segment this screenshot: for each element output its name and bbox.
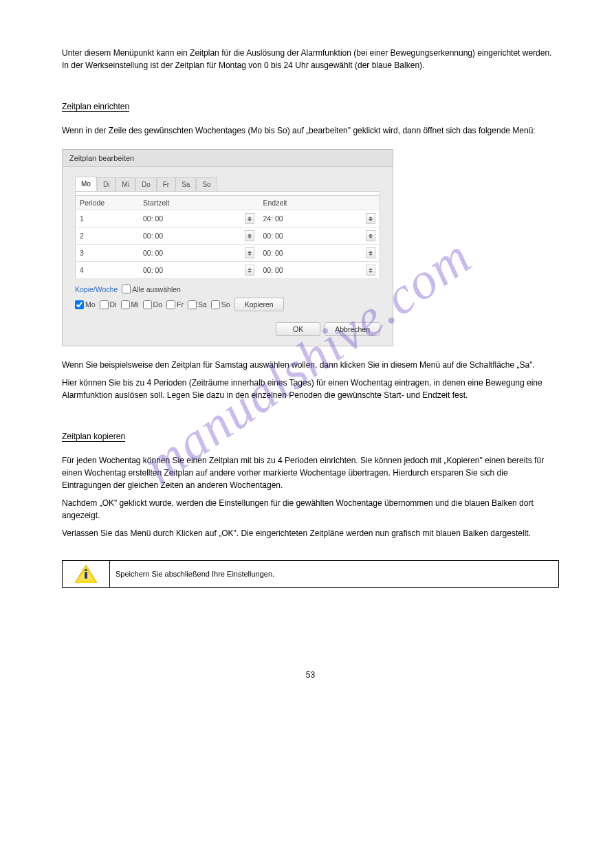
tab-do[interactable]: Do (135, 177, 157, 191)
para-open-menu: Wenn in der Zeile des gewünschten Wochen… (62, 124, 559, 137)
dialog-title: Zeitplan bearbeiten (63, 150, 393, 167)
period-index: 1 (76, 210, 140, 227)
spinner-icon[interactable] (366, 265, 375, 276)
para-example-sa: Wenn Sie beispielsweise den Zeitplan für… (62, 359, 559, 371)
tab-fr[interactable]: Fr (157, 177, 175, 191)
copy-week-label: Kopie/Woche (75, 285, 118, 293)
spinner-icon[interactable] (245, 247, 254, 258)
heading-setup-schedule: Zeitplan einrichten (62, 102, 129, 112)
spinner-icon[interactable] (366, 213, 375, 224)
info-icon (63, 561, 110, 588)
copy-button[interactable]: Kopieren (234, 298, 284, 311)
start-time[interactable]: 00: 00 (143, 214, 163, 223)
table-row: 1 00: 00 24: 00 (76, 210, 380, 227)
tab-mo[interactable]: Mo (75, 177, 97, 191)
spinner-icon[interactable] (245, 230, 254, 241)
cancel-button[interactable]: Abbrechen (325, 322, 380, 336)
tab-di[interactable]: Di (97, 177, 116, 191)
day-check-so[interactable]: So (211, 300, 230, 309)
spinner-icon[interactable] (245, 213, 254, 224)
spinner-icon[interactable] (366, 247, 375, 258)
col-start: Startzeit (139, 196, 259, 210)
day-check-di[interactable]: Di (100, 300, 117, 309)
table-row: 4 00: 00 00: 00 (76, 262, 380, 279)
para-ok-apply: Nachdem „OK" geklickt wurde, werden die … (62, 497, 559, 522)
day-check-sa[interactable]: Sa (188, 300, 207, 309)
day-check-mi[interactable]: Mi (121, 300, 139, 309)
col-periode: Periode (76, 196, 140, 210)
end-time[interactable]: 00: 00 (263, 266, 283, 274)
end-time[interactable]: 00: 00 (263, 249, 283, 257)
ok-button[interactable]: OK (276, 322, 320, 336)
start-time[interactable]: 00: 00 (143, 266, 163, 274)
schedule-table: Periode Startzeit Endzeit 1 00: 00 24: 0… (75, 195, 380, 279)
table-row: 3 00: 00 00: 00 (76, 245, 380, 262)
note-text: Speichern Sie abschließend Ihre Einstell… (110, 561, 559, 588)
para-leave-menu: Verlassen Sie das Menü durch Klicken auf… (62, 527, 559, 539)
edit-schedule-dialog: Zeitplan bearbeiten Mo Di Mi Do Fr Sa So… (62, 149, 393, 346)
para-periods: Hier können Sie bis zu 4 Perioden (Zeitr… (62, 377, 559, 401)
weekday-tabs: Mo Di Mi Do Fr Sa So (75, 177, 380, 191)
period-index: 4 (76, 262, 140, 279)
spinner-icon[interactable] (366, 230, 375, 241)
end-time[interactable]: 24: 00 (263, 214, 283, 223)
note-box: Speichern Sie abschließend Ihre Einstell… (62, 560, 559, 588)
spinner-icon[interactable] (245, 265, 254, 276)
tab-mi[interactable]: Mi (116, 177, 135, 191)
period-index: 2 (76, 227, 140, 245)
heading-copy-schedule: Zeitplan kopieren (62, 432, 125, 442)
para-copy: Für jeden Wochentag können Sie einen Zei… (62, 454, 559, 491)
end-time[interactable]: 00: 00 (263, 232, 283, 240)
day-check-fr[interactable]: Fr (166, 300, 184, 309)
col-end: Endzeit (259, 196, 380, 210)
table-row: 2 00: 00 00: 00 (76, 227, 380, 245)
period-index: 3 (76, 245, 140, 262)
tab-sa[interactable]: Sa (175, 177, 196, 191)
start-time[interactable]: 00: 00 (143, 249, 163, 257)
start-time[interactable]: 00: 00 (143, 232, 163, 240)
intro-text: Unter diesem Menüpunkt kann ein Zeitplan… (62, 47, 559, 71)
select-all-checkbox[interactable]: Alle auswählen (122, 285, 181, 293)
tab-so[interactable]: So (196, 177, 217, 191)
day-check-mo[interactable]: Mo (75, 300, 96, 309)
page-number: 53 (62, 670, 559, 680)
day-check-do[interactable]: Do (143, 300, 162, 309)
